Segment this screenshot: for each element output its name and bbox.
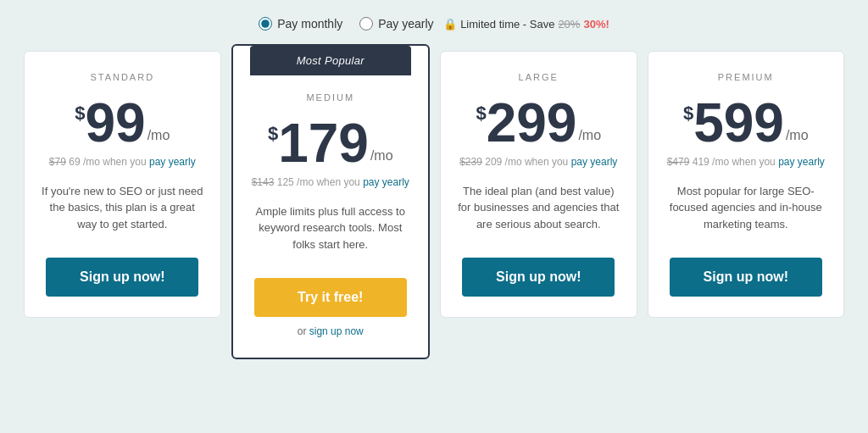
- yearly-link-premium[interactable]: pay yearly: [778, 156, 825, 168]
- yearly-suffix-standard: /mo when you: [83, 156, 147, 168]
- yearly-radio[interactable]: [359, 17, 373, 31]
- plan-name-medium: MEDIUM: [306, 92, 354, 103]
- yearly-strike-premium: $479: [667, 156, 690, 168]
- price-dollar-standard: $: [75, 103, 85, 125]
- plan-desc-medium: Ample limits plus full access to keyword…: [250, 203, 412, 253]
- signup-button-standard[interactable]: Sign up now!: [46, 258, 198, 297]
- or-signup-medium: or sign up now: [298, 325, 364, 337]
- yearly-amount-large: 209: [485, 156, 502, 168]
- yearly-price-premium: $479 419 /mo when you pay yearly: [667, 155, 825, 169]
- price-row-premium: $ 599 /mo: [683, 96, 809, 150]
- plan-name-premium: PREMIUM: [718, 72, 774, 82]
- yearly-link-medium[interactable]: pay yearly: [363, 176, 409, 188]
- save-emoji: 🔒: [443, 18, 457, 31]
- plan-card-large: LARGE $ 299 /mo $239 209 /mo when you pa…: [440, 51, 637, 318]
- pricing-cards: STANDARD $ 99 /mo $79 69 /mo when you pa…: [19, 51, 849, 359]
- price-row-medium: $ 179 /mo: [268, 116, 393, 170]
- signup-button-premium[interactable]: Sign up now!: [670, 258, 822, 297]
- price-amount-standard: 99: [85, 96, 145, 150]
- yearly-strike-medium: $143: [252, 176, 275, 188]
- plan-card-medium: Most Popular MEDIUM $ 179 /mo $143 125 /…: [231, 44, 431, 359]
- price-dollar-large: $: [476, 103, 486, 125]
- signup-link-medium[interactable]: sign up now: [309, 325, 364, 337]
- save-badge: 🔒 Limited time - Save 20% 30%!: [437, 18, 609, 31]
- signup-button-large[interactable]: Sign up now!: [462, 258, 615, 297]
- yearly-amount-standard: 69: [69, 156, 80, 168]
- save-old: 20%: [558, 18, 580, 31]
- yearly-label[interactable]: Pay yearly 🔒 Limited time - Save 20% 30%…: [378, 17, 609, 31]
- plan-desc-premium: Most popular for large SEO-focused agenc…: [665, 183, 827, 233]
- save-prefix: Limited time - Save: [460, 18, 554, 31]
- price-row-standard: $ 99 /mo: [75, 96, 170, 150]
- save-new: 30%!: [583, 18, 609, 31]
- price-mo-medium: /mo: [370, 148, 393, 164]
- plan-desc-standard: If you're new to SEO or just need the ba…: [42, 183, 203, 233]
- yearly-price-medium: $143 125 /mo when you pay yearly: [252, 175, 409, 190]
- yearly-suffix-large: /mo when you: [505, 156, 569, 168]
- yearly-amount-medium: 125: [277, 176, 294, 188]
- yearly-suffix-premium: /mo when you: [712, 156, 776, 168]
- price-amount-premium: 599: [693, 96, 784, 150]
- plan-desc-large: The ideal plan (and best value) for busi…: [458, 183, 620, 233]
- price-amount-medium: 179: [278, 116, 369, 170]
- yearly-suffix-medium: /mo when you: [297, 176, 360, 188]
- billing-monthly-option[interactable]: Pay monthly: [259, 17, 342, 31]
- price-row-large: $ 299 /mo: [476, 96, 601, 150]
- yearly-link-standard[interactable]: pay yearly: [149, 156, 196, 168]
- yearly-amount-premium: 419: [693, 156, 709, 168]
- plan-name-standard: STANDARD: [90, 72, 154, 82]
- price-amount-large: 299: [487, 96, 577, 150]
- yearly-price-large: $239 209 /mo when you pay yearly: [459, 155, 617, 169]
- yearly-strike-large: $239: [459, 156, 482, 168]
- monthly-label[interactable]: Pay monthly: [277, 17, 342, 31]
- billing-yearly-option[interactable]: Pay yearly 🔒 Limited time - Save 20% 30%…: [359, 17, 609, 31]
- price-mo-large: /mo: [578, 128, 601, 143]
- monthly-radio[interactable]: [259, 17, 272, 31]
- price-mo-standard: /mo: [147, 128, 170, 143]
- price-mo-premium: /mo: [786, 128, 809, 143]
- price-dollar-premium: $: [683, 103, 693, 125]
- yearly-link-large[interactable]: pay yearly: [571, 156, 618, 168]
- plan-card-premium: PREMIUM $ 599 /mo $479 419 /mo when you …: [648, 51, 845, 318]
- plan-name-large: LARGE: [519, 72, 559, 82]
- yearly-price-standard: $79 69 /mo when you pay yearly: [49, 155, 196, 169]
- price-dollar-medium: $: [268, 123, 278, 145]
- billing-toggle: Pay monthly Pay yearly 🔒 Limited time - …: [259, 17, 609, 31]
- plan-card-standard: STANDARD $ 99 /mo $79 69 /mo when you pa…: [24, 51, 221, 318]
- try-free-button-medium[interactable]: Try it free!: [254, 278, 407, 317]
- or-label: or: [298, 325, 307, 337]
- popular-header: Most Popular: [250, 46, 412, 75]
- yearly-strike-standard: $79: [49, 156, 66, 168]
